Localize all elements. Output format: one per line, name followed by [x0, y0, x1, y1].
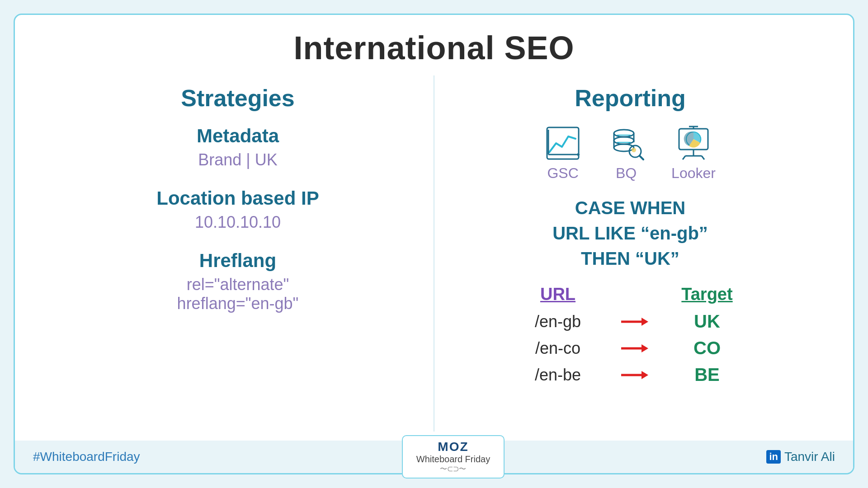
bq-icon-item: BQ	[608, 125, 644, 182]
target-cell-2: CO	[666, 338, 748, 358]
reporting-heading: Reporting	[575, 84, 686, 112]
hreflang-detail-line1: rel="alternate"	[177, 275, 299, 294]
url-cell-2: /en-co	[513, 339, 603, 358]
hreflang-block: Hreflang rel="alternate" hreflang="en-gb…	[177, 250, 299, 313]
target-cell-1: UK	[666, 311, 748, 332]
author-name: Tanvir Ali	[784, 450, 835, 464]
table-row: /en-gb UK	[504, 311, 757, 332]
bq-icon	[608, 125, 644, 161]
url-cell-3: /en-be	[513, 366, 603, 385]
moz-decoration: 〜⊂⊃〜	[416, 465, 490, 474]
arrow-icon-3	[621, 368, 648, 382]
svg-marker-27	[642, 371, 648, 379]
gsc-icon-item: GSC	[545, 125, 581, 182]
metadata-block: Metadata Brand | UK	[197, 125, 279, 169]
moz-badge: MOZ Whiteboard Friday 〜⊂⊃〜	[402, 435, 505, 479]
moz-title: MOZ	[416, 440, 490, 454]
looker-icon	[675, 125, 712, 161]
svg-line-18	[683, 156, 685, 160]
main-title: International SEO	[15, 29, 853, 66]
location-ip-title: Location based IP	[156, 188, 319, 209]
hreflang-detail-line2: hreflang="en-gb"	[177, 294, 299, 313]
location-ip-block: Location based IP 10.10.10.10	[156, 188, 319, 232]
bq-label: BQ	[616, 165, 637, 182]
svg-line-19	[702, 156, 704, 160]
svg-point-4	[614, 130, 634, 137]
moz-subtitle: Whiteboard Friday	[416, 454, 490, 465]
table-header-row: URL Target	[504, 285, 757, 304]
case-when-line1: CASE WHEN	[552, 195, 708, 221]
looker-label: Looker	[671, 165, 716, 182]
case-when-line2: URL LIKE “en-gb”	[552, 221, 708, 246]
svg-marker-23	[642, 318, 648, 326]
col-header-target: Target	[666, 285, 748, 304]
strategies-heading: Strategies	[181, 84, 294, 112]
bottom-bar: #WhiteboardFriday MOZ Whiteboard Friday …	[15, 441, 853, 473]
reporting-column: Reporting GSC	[443, 75, 817, 432]
reporting-icons-row: GSC	[545, 125, 716, 182]
target-cell-3: BE	[666, 365, 748, 385]
slide-container: International SEO Strategies Metadata Br…	[14, 14, 854, 474]
arrow-icon-2	[621, 342, 648, 355]
metadata-detail: Brand | UK	[197, 150, 279, 169]
case-when-line3: THEN “UK”	[552, 246, 708, 271]
content-area: Strategies Metadata Brand | UK Location …	[15, 75, 853, 441]
strategies-column: Strategies Metadata Brand | UK Location …	[51, 75, 425, 432]
linkedin-author: in Tanvir Ali	[766, 450, 835, 464]
arrow-icon-1	[621, 315, 648, 328]
gsc-label: GSC	[547, 165, 578, 182]
svg-point-13	[632, 148, 636, 152]
title-area: International SEO	[15, 15, 853, 75]
metadata-title: Metadata	[197, 125, 279, 147]
url-cell-1: /en-gb	[513, 312, 603, 331]
col-header-url: URL	[513, 285, 603, 304]
looker-icon-item: Looker	[671, 125, 716, 182]
svg-point-8	[614, 137, 634, 144]
svg-marker-25	[642, 344, 648, 352]
gsc-icon	[545, 125, 581, 161]
case-when-block: CASE WHEN URL LIKE “en-gb” THEN “UK”	[552, 195, 708, 271]
linkedin-icon: in	[766, 450, 781, 464]
url-table: URL Target /en-gb UK	[504, 285, 757, 391]
svg-line-12	[640, 156, 643, 160]
table-row: /en-co CO	[504, 338, 757, 358]
location-ip-detail: 10.10.10.10	[156, 213, 319, 232]
hashtag-text: #WhiteboardFriday	[33, 450, 140, 464]
vertical-divider	[434, 75, 434, 432]
table-row: /en-be BE	[504, 365, 757, 385]
hreflang-title: Hreflang	[177, 250, 299, 272]
